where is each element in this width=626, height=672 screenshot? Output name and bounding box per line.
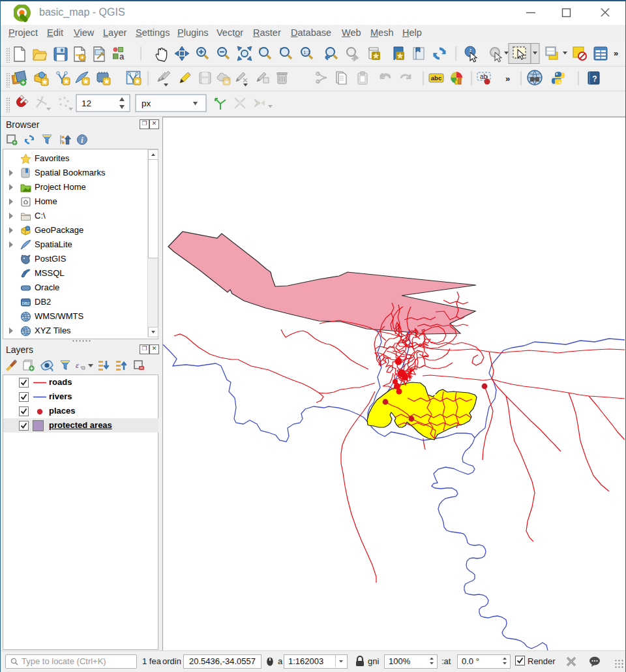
svg-text:px: px xyxy=(142,99,151,108)
svg-text:1:1: 1:1 xyxy=(303,50,311,55)
svg-text:12: 12 xyxy=(82,99,91,108)
svg-text:»: » xyxy=(614,48,618,58)
svg-text:?: ? xyxy=(592,74,597,84)
svg-text:ε: ε xyxy=(76,360,80,370)
svg-text:abc: abc xyxy=(431,74,441,82)
svg-text:»: » xyxy=(505,74,510,84)
svg-text:a: a xyxy=(119,52,125,61)
svg-text:DB2: DB2 xyxy=(22,301,30,305)
